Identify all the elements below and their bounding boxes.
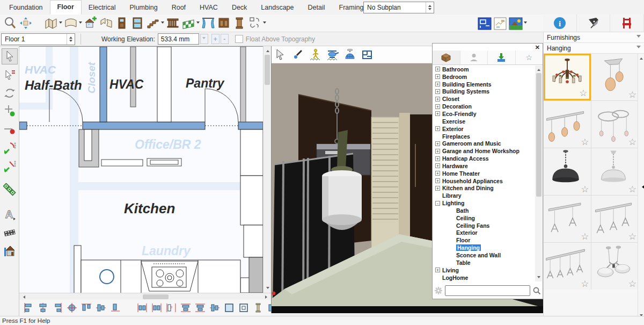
distribute-vertical-icon[interactable]: [180, 302, 192, 314]
library-tree-item[interactable]: Floor: [433, 236, 536, 244]
library-tree-item[interactable]: + Closet: [433, 95, 536, 103]
scroll-down-icon[interactable]: [265, 286, 270, 292]
catalog-item-three-light-pendant[interactable]: [591, 54, 639, 100]
distribute-horizontal-icon[interactable]: [136, 302, 148, 314]
library-tree-item[interactable]: + Building Elements: [433, 81, 536, 88]
wall-tool-icon[interactable]: [43, 16, 58, 31]
tree-expander-icon[interactable]: -: [435, 201, 440, 206]
library-tree-item[interactable]: + Home Theater: [433, 170, 536, 177]
align-bottom-icon[interactable]: [109, 302, 121, 314]
library-tree-item[interactable]: + Gameroom and Music: [433, 140, 536, 147]
caret-down-icon[interactable]: [58, 21, 63, 25]
scroll-up-icon[interactable]: [265, 47, 270, 53]
resize-object-icon[interactable]: [223, 302, 235, 314]
tree-expander-icon[interactable]: +: [435, 126, 440, 131]
tree-expander-icon[interactable]: +: [435, 89, 440, 94]
library-tab-favorites[interactable]: ☆: [516, 50, 543, 64]
plan-vertical-scrollbar[interactable]: [263, 46, 271, 293]
plan-horizontal-scrollbar[interactable]: [19, 293, 271, 300]
build-addition-icon[interactable]: [83, 16, 98, 31]
favorite-star-icon[interactable]: [628, 279, 636, 290]
select-similar-icon[interactable]: [2, 67, 18, 83]
favorite-star-icon[interactable]: [628, 184, 636, 195]
zoom-icon[interactable]: [2, 16, 18, 31]
catalog-item-dome-pendant-light[interactable]: [591, 148, 639, 195]
orbit-camera-icon[interactable]: [343, 48, 356, 61]
align-center-icon[interactable]: [37, 302, 49, 314]
catalog-item-ring-pendant[interactable]: [591, 101, 639, 148]
distribute-vertical-icon[interactable]: [194, 302, 206, 314]
spinner-icon[interactable]: [426, 2, 434, 13]
library-tree-item[interactable]: + Garage and Home Workshop: [433, 147, 536, 155]
column-align-icon[interactable]: [252, 302, 264, 314]
pan-icon[interactable]: [18, 16, 33, 31]
tree-expander-icon[interactable]: +: [435, 82, 440, 86]
tree-expander-icon[interactable]: +: [435, 97, 440, 102]
catalog-item-double-dome-pendant[interactable]: [591, 243, 639, 290]
select-tool-icon[interactable]: [2, 48, 18, 64]
dimension-line-icon[interactable]: [2, 158, 18, 174]
perspective-view-icon[interactable]: [508, 16, 523, 31]
caret-down-icon[interactable]: [523, 21, 528, 25]
menu-tab[interactable]: HVAC: [193, 1, 225, 15]
gear-icon[interactable]: [434, 286, 443, 295]
shapes-tool-icon[interactable]: [247, 16, 262, 31]
break-wall-icon[interactable]: [98, 16, 114, 31]
tree-expander-icon[interactable]: +: [435, 171, 440, 176]
railing-tool-icon[interactable]: [165, 16, 180, 31]
favorite-star-icon[interactable]: [628, 232, 636, 242]
curtain-tool-icon[interactable]: [200, 16, 216, 31]
window-tool-icon[interactable]: [129, 16, 145, 31]
tree-expander-icon[interactable]: +: [435, 104, 440, 109]
tree-expander-icon[interactable]: +: [435, 74, 440, 79]
caret-down-icon[interactable]: [160, 21, 165, 25]
flooring-tool-icon[interactable]: [180, 16, 196, 31]
favorite-star-icon[interactable]: [581, 279, 589, 290]
catalog-item-chandelier[interactable]: [544, 54, 591, 100]
catalog-category-header[interactable]: Furnishings: [544, 32, 644, 43]
catalog-item-track-pendant-3[interactable]: [544, 101, 591, 148]
library-tree-item[interactable]: + Exterior: [433, 125, 536, 133]
library-tree-item[interactable]: + Building Systems: [433, 88, 536, 96]
catalog-item-linear-pendant-2[interactable]: [544, 196, 591, 242]
favorite-star-icon[interactable]: [581, 232, 589, 242]
library-tree-item[interactable]: + Bathroom: [433, 66, 536, 73]
align-left-icon[interactable]: [23, 302, 34, 314]
tree-expander-icon[interactable]: +: [435, 111, 440, 116]
distribute-horizontal-icon[interactable]: [151, 302, 163, 314]
catalog-item-linear-pendant-4[interactable]: [544, 243, 591, 290]
scroll-right-icon[interactable]: [264, 294, 270, 300]
tree-expander-icon[interactable]: +: [435, 163, 440, 168]
tree-expander-icon[interactable]: +: [435, 186, 440, 191]
library-tree-item[interactable]: + Living: [433, 266, 536, 274]
scrollbar-thumb[interactable]: [265, 55, 270, 85]
column-tool-icon[interactable]: [231, 16, 247, 31]
concentric-resize-icon[interactable]: [238, 302, 250, 314]
library-tree-item[interactable]: Bath: [433, 207, 536, 214]
floorplan-viewport[interactable]: HVAC Closet Office/BR 2 Laundry: [19, 46, 263, 293]
walkthrough-icon[interactable]: [309, 48, 322, 61]
caret-down-icon[interactable]: [262, 21, 267, 25]
tree-expander-icon[interactable]: +: [435, 268, 440, 272]
library-tree-item[interactable]: Library: [433, 192, 536, 199]
house-3d-icon[interactable]: [2, 243, 18, 259]
scroll-up-icon[interactable]: [638, 55, 644, 60]
connect-electrical-icon[interactable]: [2, 182, 18, 198]
menu-tab[interactable]: Detail: [301, 1, 332, 15]
catalog-item-linear-pendant-3[interactable]: [591, 196, 639, 242]
library-tree-item[interactable]: + Handicap Access: [433, 155, 536, 162]
tree-expander-icon[interactable]: +: [435, 149, 440, 154]
catalog-subcategory-header[interactable]: Hanging: [544, 43, 644, 54]
menu-tab[interactable]: Floor: [50, 0, 82, 15]
align-middle-icon[interactable]: [209, 302, 221, 314]
info-button[interactable]: i: [543, 15, 577, 32]
library-tab-download[interactable]: [488, 50, 516, 64]
library-tree-item[interactable]: + Household Appliances: [433, 177, 536, 185]
text-tool-icon[interactable]: A: [2, 206, 18, 222]
library-tree-item[interactable]: Table: [433, 259, 536, 266]
caret-down-icon[interactable]: [78, 21, 83, 25]
library-tree-item[interactable]: + Decoration: [433, 103, 536, 110]
center-object-icon[interactable]: [66, 302, 78, 314]
search-icon[interactable]: [532, 286, 541, 295]
furniture-button[interactable]: [610, 15, 644, 32]
